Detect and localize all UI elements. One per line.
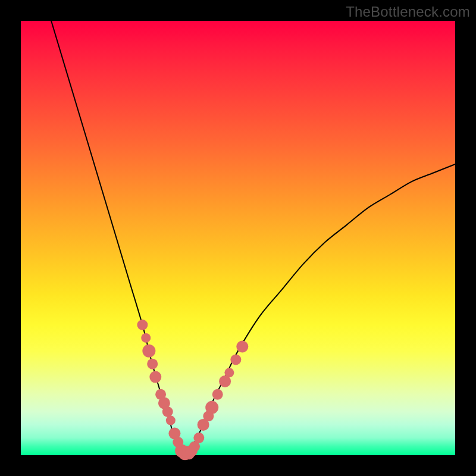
curve-marker [137,320,148,330]
marker-group [137,320,248,460]
chart-svg [21,21,455,455]
curve-marker [141,333,151,343]
curve-marker [224,368,234,377]
curve-marker [205,401,218,414]
curve-marker [212,389,223,400]
bottleneck-curve [51,21,455,456]
curve-marker [162,406,173,417]
curve-marker [149,371,161,383]
watermark-text: TheBottleneck.com [346,4,470,20]
curve-marker [230,354,241,365]
curve-marker [236,341,248,353]
curve-marker [142,345,155,358]
curve-marker [166,416,176,425]
chart-frame: TheBottleneck.com [0,0,476,476]
plot-area [21,21,455,455]
curve-marker [193,433,204,443]
curve-marker [147,359,158,369]
